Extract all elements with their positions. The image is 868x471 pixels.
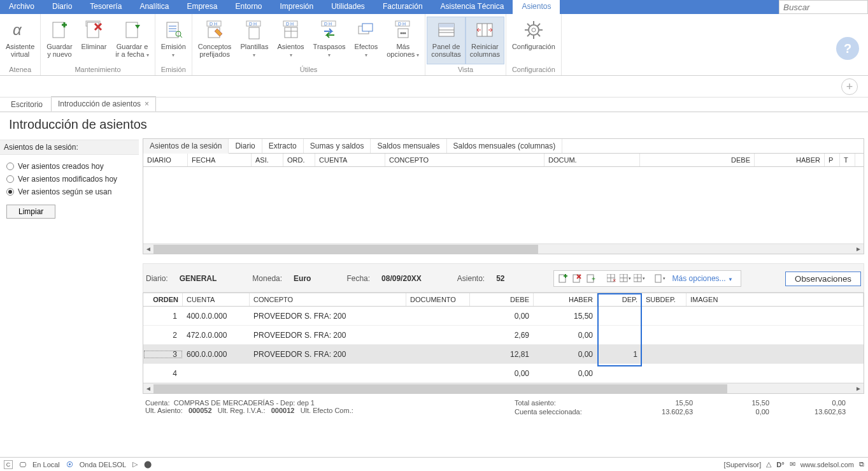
ribbon-traspasos-button[interactable]: D HTraspasos ▾ [309,17,350,64]
menu-impresion[interactable]: Impresión [271,0,322,14]
status-record-icon[interactable]: ⬤ [144,460,152,468]
cell-dep[interactable]: 1 [597,350,642,359]
table-row[interactable]: 1 400.0.0.000 PROVEEDOR S. FRA: 200 0,00… [143,307,864,326]
help-icon[interactable]: ? [836,37,859,60]
cell-haber[interactable]: 0,00 [534,350,597,359]
table-row[interactable]: 2 472.0.0.000 PROVEEDOR S. FRA: 200 2,69… [143,326,864,345]
status-d-icon[interactable]: D° [776,461,784,468]
col-concepto[interactable]: CONCEPTO [250,293,406,306]
scroll-left-icon[interactable]: ◄ [143,385,153,392]
col-dep[interactable]: DEP. [597,293,642,306]
menu-utilidades[interactable]: Utilidades [322,0,374,14]
upper-col-t[interactable]: T [840,154,855,166]
cell-orden[interactable]: 1 [143,312,183,321]
status-mail-icon[interactable]: ✉ [790,460,795,468]
status-c-icon[interactable]: C [4,460,13,469]
scroll-right-icon[interactable]: ► [853,245,864,252]
menu-entorno[interactable]: Entorno [226,0,271,14]
ribbon-conceptos-button[interactable]: D HConceptosprefijados [194,17,236,64]
status-wifi-icon[interactable]: ⦿ [66,461,73,468]
ribbon-asientos-button[interactable]: D HAsientos ▾ [273,17,308,64]
ribbon-guardar-button[interactable]: Guardary nuevo [42,17,76,64]
tool-grid-x-icon[interactable]: × [605,272,618,285]
scroll-left-icon[interactable]: ◄ [143,245,153,252]
ribbon-panel-de-button[interactable]: Panel deconsultas [427,17,465,64]
col-imagen[interactable]: IMAGEN [687,293,864,306]
cell-haber[interactable]: 15,50 [534,312,597,321]
tool-grid-2-icon[interactable]: ▾ [633,272,646,285]
upper-col-cuenta[interactable]: CUENTA [315,154,385,166]
col-subdep[interactable]: SUBDEP. [642,293,687,306]
menu-tesoreria[interactable]: Tesorería [81,0,131,14]
table-row[interactable]: 4 0,00 0,00 [143,364,864,383]
upper-col-haber[interactable]: HABER [755,154,825,166]
ribbon-guardar-e-button[interactable]: Guardar eir a fecha ▾ [111,17,153,64]
inner-tab-3[interactable]: Sumas y saldos [304,139,371,153]
menu-diario[interactable]: Diario [43,0,81,14]
cell-cuenta[interactable]: 600.0.0.000 [183,350,250,359]
tool-doc-icon[interactable]: ▾ [653,272,666,285]
upper-col-ord.[interactable]: ORD. [283,154,315,166]
horizontal-scrollbar[interactable]: ◄ ► [143,243,864,254]
ribbon-configuraci-n-button[interactable]: Configuración [508,17,560,64]
col-haber[interactable]: HABER [534,293,597,306]
col-orden[interactable]: ORDEN [143,293,183,306]
radio-modificados-hoy[interactable]: Ver asientos modificados hoy [6,173,132,185]
status-warning-icon[interactable]: △ [766,460,771,468]
menu-asistencia[interactable]: Asistencia Técnica [432,0,513,14]
horizontal-scrollbar[interactable]: ◄ ► [143,383,864,393]
inner-tab-0[interactable]: Asientos de la sesión [143,139,229,154]
col-debe[interactable]: DEBE [470,293,534,306]
cell-debe[interactable]: 2,69 [470,331,534,340]
inner-tab-4[interactable]: Saldos mensuales [371,139,446,153]
menu-analitica[interactable]: Analítica [131,0,178,14]
session-grid-body[interactable] [143,167,864,243]
ribbon-reiniciar-button[interactable]: Reiniciarcolumnas [466,17,504,64]
upper-col-asi.[interactable]: ASI. [252,154,283,166]
col-cuenta[interactable]: CUENTA [183,293,250,306]
add-tab-button[interactable]: + [841,78,858,95]
status-window-icon[interactable]: ⧉ [859,460,864,468]
tab-introduccion-asientos[interactable]: Introducción de asientos× [51,96,156,112]
table-row[interactable]: 3 600.0.0.000 PROVEEDOR S. FRA: 200 12,8… [143,345,864,364]
cell-haber[interactable]: 0,00 [534,331,597,340]
inner-tab-5[interactable]: Saldos mensuales (columnas) [447,139,563,153]
search-input[interactable] [779,0,868,14]
cell-cuenta[interactable]: 472.0.0.000 [183,331,250,340]
upper-col-p[interactable]: P [825,154,840,166]
tool-new-icon[interactable] [557,272,569,285]
observaciones-button[interactable]: Observaciones [785,272,861,286]
menu-asientos[interactable]: Asientos [513,0,560,14]
menu-empresa[interactable]: Empresa [178,0,226,14]
status-monitor-icon[interactable]: 🖵 [19,461,26,468]
inner-tab-2[interactable]: Extracto [262,139,304,153]
tab-escritorio[interactable]: Escritorio [4,97,50,112]
cell-debe[interactable]: 0,00 [470,312,534,321]
close-icon[interactable]: × [145,99,149,108]
ribbon-plantillas-button[interactable]: D HPlantillas ▾ [236,17,273,64]
upper-col-fecha[interactable]: FECHA [188,154,252,166]
cell-concepto[interactable]: PROVEEDOR S. FRA: 200 [250,312,406,321]
tool-delete-icon[interactable] [571,272,583,285]
cell-haber[interactable]: 0,00 [534,369,597,378]
ribbon-m-s-button[interactable]: D HMásopciones ▾ [382,17,423,64]
col-documento[interactable]: DOCUMENTO [406,293,470,306]
ribbon-asistente-button[interactable]: αAsistentevirtual [1,17,39,64]
menu-facturacion[interactable]: Facturación [374,0,432,14]
upper-col-debe[interactable]: DEBE [640,154,755,166]
ribbon-emisi-n-button[interactable]: Emisión ▾ [157,17,190,64]
upper-col-diario[interactable]: DIARIO [143,154,188,166]
cell-debe[interactable]: 0,00 [470,369,534,378]
inner-tab-1[interactable]: Diario [229,139,262,153]
cell-cuenta[interactable]: 400.0.0.000 [183,312,250,321]
more-options-link[interactable]: Más opciones... ▼ [667,274,738,283]
upper-col-docum.[interactable]: DOCUM. [544,154,640,166]
cell-orden[interactable]: 4 [143,369,183,378]
ribbon-efectos-button[interactable]: Efectos ▾ [350,17,383,64]
radio-segun-usan[interactable]: Ver asientos según se usan [6,185,132,198]
radio-creados-hoy[interactable]: Ver asientos creados hoy [6,160,132,173]
upper-col-concepto[interactable]: CONCEPTO [385,154,544,166]
ribbon-eliminar-button[interactable]: D HEliminar [77,17,111,64]
scroll-right-icon[interactable]: ► [853,385,864,392]
status-play-icon[interactable]: ▷ [132,460,138,468]
